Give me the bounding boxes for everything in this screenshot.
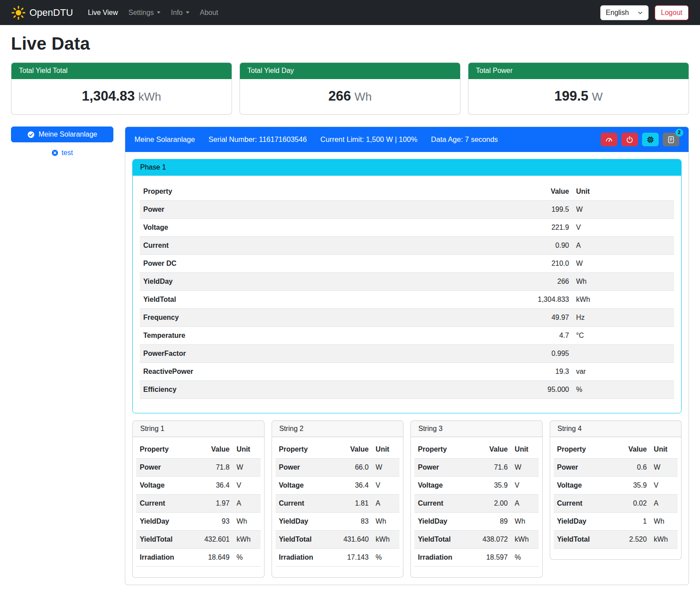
row-value: 83	[340, 513, 372, 531]
restart-button[interactable]	[642, 133, 659, 146]
summary-card: Total Power 199.5W	[468, 62, 689, 115]
row-value: 2.00	[479, 495, 511, 513]
phase-table-row: YieldTotal 1,304.833 kWh	[140, 291, 674, 309]
row-property: YieldDay	[276, 513, 340, 531]
page-container: Live Data Total Yield Total 1,304.83kWh …	[0, 25, 700, 597]
brand[interactable]: OpenDTU	[11, 6, 73, 20]
row-unit: A	[372, 495, 399, 513]
row-unit: kWh	[233, 531, 260, 549]
phase-table: Property Value Unit Power 199.5	[140, 183, 674, 399]
nav-about[interactable]: About	[195, 5, 224, 20]
summary-card-title: Total Yield Day	[240, 63, 460, 79]
row-property: YieldTotal	[276, 531, 340, 549]
inverter-select-label: Meine Solaranlage	[39, 130, 97, 138]
row-value: 4.7	[493, 327, 573, 345]
string-table-row: Voltage 36.4 V	[276, 477, 400, 495]
phase-card: Phase 1 Property Value Unit	[132, 159, 682, 413]
language-select[interactable]: English	[600, 5, 649, 20]
row-unit: W	[650, 459, 678, 477]
summary-unit: Wh	[355, 90, 372, 103]
phase-table-row: Efficiency 95.000 %	[140, 381, 674, 399]
column-header-property: Property	[554, 441, 618, 459]
row-property: Voltage	[276, 477, 340, 495]
row-value: 431.640	[340, 531, 372, 549]
row-value: 17.143	[340, 549, 372, 567]
row-value: 266	[493, 273, 573, 291]
inverter-name: Meine Solaranlage	[134, 135, 195, 144]
event-log-button[interactable]: 2	[663, 133, 679, 146]
nav-settings-dropdown[interactable]: Settings	[123, 5, 166, 20]
string-table-header-row: Property Value Unit	[414, 441, 539, 459]
nav-info-dropdown[interactable]: Info	[166, 5, 195, 20]
string-card: String 2 Property Value Unit	[272, 420, 404, 578]
inverter-select-button[interactable]: Meine Solaranlage	[11, 127, 113, 142]
row-unit: %	[372, 549, 399, 567]
row-unit: kWh	[650, 531, 678, 549]
row-property: Efficiency	[140, 381, 493, 399]
row-unit: W	[573, 255, 674, 273]
row-unit: A	[233, 495, 260, 513]
column-header-property: Property	[276, 441, 340, 459]
row-property: Current	[140, 237, 493, 255]
string-table-row: Voltage 35.9 V	[414, 477, 539, 495]
row-value: 18.649	[201, 549, 233, 567]
column-header-value: Value	[201, 441, 233, 459]
row-value: 210.0	[493, 255, 573, 273]
string-card: String 1 Property Value Unit	[132, 420, 265, 578]
row-property: YieldTotal	[414, 531, 479, 549]
column-header-unit: Unit	[372, 441, 399, 459]
inverter-sidebar: Meine Solaranlage test	[11, 127, 113, 157]
column-header-value: Value	[479, 441, 511, 459]
limit-settings-button[interactable]	[601, 133, 617, 146]
row-unit	[573, 345, 674, 363]
inverter-data-age: Data Age: 7 seconds	[431, 135, 498, 144]
string-card: String 4 Property Value Unit	[550, 420, 682, 560]
string-card: String 3 Property Value Unit	[410, 420, 543, 578]
sun-logo-icon	[11, 6, 25, 20]
caret-down-icon	[157, 11, 160, 14]
power-button[interactable]	[621, 133, 638, 146]
row-value: 71.6	[479, 459, 511, 477]
summary-unit: kWh	[138, 90, 161, 103]
row-unit: W	[372, 459, 399, 477]
row-value: 95.000	[493, 381, 573, 399]
cpu-icon	[646, 136, 654, 144]
row-value: 2.520	[618, 531, 650, 549]
summary-card: Total Yield Day 266Wh	[239, 62, 461, 115]
row-unit: W	[511, 459, 538, 477]
phase-table-row: YieldDay 266 Wh	[140, 273, 674, 291]
row-property: YieldDay	[554, 513, 618, 531]
row-unit: V	[650, 477, 678, 495]
row-unit: V	[233, 477, 260, 495]
row-property: Power	[136, 459, 201, 477]
power-icon	[626, 136, 634, 144]
row-property: YieldDay	[414, 513, 479, 531]
row-value: 0.6	[618, 459, 650, 477]
row-property: Power	[414, 459, 479, 477]
row-unit: kWh	[372, 531, 399, 549]
row-unit: W	[233, 459, 260, 477]
row-value: 432.601	[201, 531, 233, 549]
row-unit: Wh	[573, 273, 674, 291]
string-table-row: Voltage 35.9 V	[554, 477, 678, 495]
navbar-right: English Logout	[600, 5, 689, 20]
phase-table-row: Temperature 4.7 °C	[140, 327, 674, 345]
row-property: Voltage	[140, 219, 493, 237]
phase-table-row: Power DC 210.0 W	[140, 255, 674, 273]
row-value: 1.81	[340, 495, 372, 513]
brand-label: OpenDTU	[29, 7, 73, 18]
row-property: YieldDay	[136, 513, 201, 531]
row-property: Irradiation	[276, 549, 340, 567]
logout-button[interactable]: Logout	[655, 5, 689, 20]
column-header-value: Value	[618, 441, 650, 459]
inverter-current-limit: Current Limit: 1,500 W | 100%	[320, 135, 417, 144]
inverter-select-test[interactable]: test	[11, 149, 113, 157]
string-table: Property Value Unit Power	[554, 441, 678, 549]
nav-live-view[interactable]: Live View	[83, 5, 123, 20]
row-property: Frequency	[140, 309, 493, 327]
string-table: Property Value Unit Power	[414, 441, 539, 567]
string-table-row: Power 71.8 W	[136, 459, 261, 477]
row-value: 1	[618, 513, 650, 531]
row-property: Irradiation	[136, 549, 201, 567]
inverter-test-label: test	[62, 149, 73, 157]
